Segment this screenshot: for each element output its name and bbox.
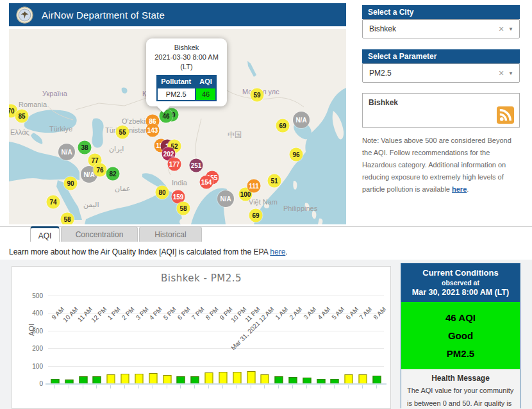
current-conditions-header: Current Conditions observed at Mar 30, 2… [401, 263, 520, 302]
x-tick [306, 385, 307, 388]
state-department-seal-icon [16, 6, 33, 24]
aqi-bar [107, 374, 115, 384]
aqi-bar [247, 371, 255, 384]
popup-datetime: 2021-03-30 8:00 AM [150, 53, 223, 62]
select-parameter-header: Select a Parameter [362, 49, 520, 63]
x-tick [348, 385, 349, 388]
aqi-marker-143[interactable]: 143 [146, 124, 160, 137]
aqi-marker-N/A[interactable]: N/A [217, 190, 234, 207]
aqi-marker-74[interactable]: 74 [47, 196, 60, 209]
bar-slot: 9 AM [48, 296, 62, 384]
popup-col-aqi: AQI [195, 75, 217, 88]
aqi-marker-58[interactable]: 58 [61, 213, 74, 225]
bar-slot: 2 PM [118, 296, 132, 384]
current-aqi-category: Good [404, 327, 517, 345]
page: AirNow Department of State [0, 0, 532, 409]
tab-historical[interactable]: Historical [139, 226, 202, 242]
bar-slot: 1 PM [104, 296, 118, 384]
current-aqi-value: 46 AQI [404, 309, 517, 327]
x-tick [138, 385, 139, 388]
chart-plot-area: 0100200300400500 9 AM10 AM11 AM12 PM1 PM… [48, 296, 384, 384]
chart-x-axis [46, 383, 387, 385]
aqi-bar [135, 374, 143, 384]
bar-slot: 9 PM [216, 296, 230, 384]
aqi-bar [219, 372, 227, 384]
popup-table: Pollutant AQI PM2.5 46 [156, 75, 217, 101]
aqi-marker-69[interactable]: 69 [249, 209, 263, 222]
aqi-bar [233, 372, 241, 384]
rss-icon[interactable] [497, 106, 514, 124]
chevron-down-icon[interactable]: ▼ [508, 71, 519, 76]
popup-timezone: (LT) [150, 62, 223, 72]
bar-slot: 7 AM [356, 296, 370, 384]
note-here-link[interactable]: here [452, 185, 467, 193]
app-title: AirNow Department of State [42, 10, 165, 21]
aqi-bar [205, 372, 213, 384]
bar-slot: 4 PM [146, 296, 160, 384]
aqi-marker-90[interactable]: 90 [64, 177, 78, 190]
aqi-marker-51[interactable]: 51 [268, 174, 281, 188]
aqi-marker-154[interactable]: 154 [200, 176, 213, 189]
aqi-marker-58[interactable]: 58 [177, 202, 190, 215]
epa-here-link[interactable]: here [270, 247, 285, 256]
bar-slot: 3 PM [132, 296, 146, 384]
app-header: AirNow Department of State [9, 3, 346, 26]
aqi-marker-82[interactable]: 82 [106, 167, 120, 181]
popup-title: Bishkek 2021-03-30 8:00 AM (LT) [150, 43, 223, 72]
bar-slot: 11 AM [76, 296, 90, 384]
chart-title: Bishkek - PM2.5 [12, 272, 390, 284]
aqi-bar [121, 374, 129, 384]
x-tick [124, 385, 125, 388]
aqi-marker-111[interactable]: 111 [247, 179, 261, 193]
bar-slot: 2 AM [286, 296, 300, 384]
tab-concentration[interactable]: Concentration [61, 226, 138, 242]
health-message-box: Health Message The AQI value for your co… [401, 369, 520, 409]
x-tick [180, 385, 181, 388]
y-tick-300: 300 [32, 328, 43, 335]
x-tick [110, 385, 111, 388]
aqi-marker-251[interactable]: 251 [190, 159, 203, 172]
aqi-marker-N/A[interactable]: N/A [293, 112, 310, 128]
observed-at-label: observed at [404, 279, 517, 287]
aqi-marker-80[interactable]: 80 [156, 186, 169, 199]
x-tick [264, 385, 265, 388]
bar-slot: 8 AM [370, 296, 384, 384]
city-select[interactable]: Bishkek × ▼ [362, 19, 520, 38]
aqi-map[interactable]: УкраїнаRomaniaҚазаΕλλάςTürkiyeO'zbekisto… [9, 29, 346, 224]
bar-slot: 3 AM [300, 296, 314, 384]
x-tick [237, 385, 237, 388]
x-tick [69, 385, 69, 388]
x-tick [320, 385, 321, 388]
y-tick-100: 100 [32, 363, 43, 370]
bar-slot: 4 AM [314, 296, 328, 384]
aqi-bar [163, 375, 171, 384]
note-text: Note: Values above 500 are considered Be… [362, 135, 520, 196]
aqi-marker-85[interactable]: 85 [15, 110, 29, 123]
aqi-marker-96[interactable]: 96 [290, 148, 303, 162]
parameter-select[interactable]: PM2.5 × ▼ [362, 63, 520, 83]
aqi-marker-55[interactable]: 55 [116, 126, 129, 139]
y-tick-400: 400 [32, 310, 43, 317]
x-tick [194, 385, 195, 388]
aqi-marker-76[interactable]: 76 [94, 163, 107, 177]
health-message-title: Health Message [407, 374, 514, 383]
chevron-down-icon[interactable]: ▼ [508, 26, 519, 32]
aqi-marker-N/A[interactable]: N/A [58, 144, 75, 160]
city-select-value: Bishkek [363, 24, 494, 33]
aqi-marker-38[interactable]: 38 [78, 141, 92, 154]
tab-aqi[interactable]: AQI [30, 226, 60, 242]
aqi-marker-177[interactable]: 177 [168, 158, 181, 171]
bar-slot: 7 PM [188, 296, 202, 384]
x-tick [278, 385, 279, 388]
x-tick [208, 385, 209, 388]
aqi-marker-46[interactable]: 46 [160, 110, 173, 123]
clear-city-icon[interactable]: × [494, 24, 508, 34]
aqi-bar [149, 373, 157, 384]
feed-box: Bishkek [362, 93, 520, 128]
aqi-marker-59[interactable]: 59 [251, 88, 264, 102]
aqi-marker-69[interactable]: 69 [276, 119, 290, 133]
clear-parameter-icon[interactable]: × [494, 68, 508, 78]
current-conditions-title: Current Conditions [404, 268, 517, 278]
x-tick [96, 385, 97, 388]
y-tick-500: 500 [32, 292, 43, 299]
